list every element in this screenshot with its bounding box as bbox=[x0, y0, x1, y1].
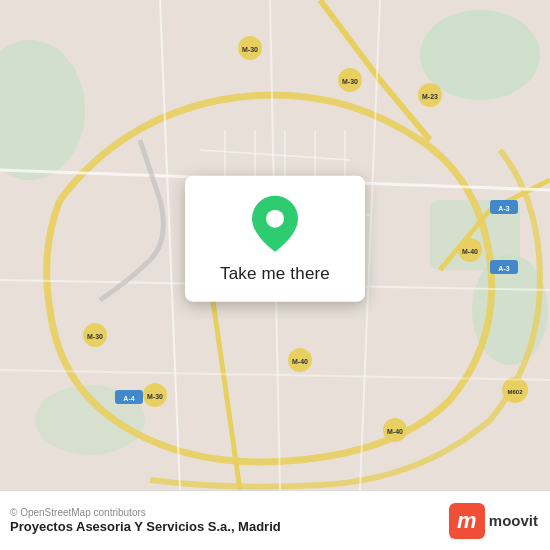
location-card: Take me there bbox=[185, 176, 365, 302]
svg-point-44 bbox=[266, 210, 284, 228]
map-container: M-30 M-30 M-40 M-40 M-40 M-30 M-30 M-23 … bbox=[0, 0, 550, 490]
take-me-there-button[interactable]: Take me there bbox=[214, 262, 336, 286]
copyright-text: © OpenStreetMap contributors bbox=[10, 507, 281, 518]
moovit-text: moovit bbox=[489, 512, 538, 529]
location-name: Proyectos Asesoria Y Servicios S.a., Mad… bbox=[10, 519, 281, 534]
svg-text:M-30: M-30 bbox=[147, 393, 163, 400]
bottom-bar: © OpenStreetMap contributors Proyectos A… bbox=[0, 490, 550, 550]
moovit-m-icon: m bbox=[449, 503, 485, 539]
bottom-left: © OpenStreetMap contributors Proyectos A… bbox=[10, 507, 281, 534]
pin-wrapper bbox=[248, 194, 302, 248]
svg-text:A-3: A-3 bbox=[498, 205, 509, 212]
svg-text:A-4: A-4 bbox=[123, 395, 134, 402]
svg-text:M-30: M-30 bbox=[242, 46, 258, 53]
svg-text:M602: M602 bbox=[507, 389, 523, 395]
svg-text:A-3: A-3 bbox=[498, 265, 509, 272]
svg-text:M-40: M-40 bbox=[292, 358, 308, 365]
location-pin-icon bbox=[248, 194, 302, 254]
svg-text:M-40: M-40 bbox=[462, 248, 478, 255]
svg-text:M-40: M-40 bbox=[387, 428, 403, 435]
svg-text:M-23: M-23 bbox=[422, 93, 438, 100]
svg-text:M-30: M-30 bbox=[342, 78, 358, 85]
svg-text:M-30: M-30 bbox=[87, 333, 103, 340]
moovit-logo[interactable]: m moovit bbox=[449, 503, 538, 539]
